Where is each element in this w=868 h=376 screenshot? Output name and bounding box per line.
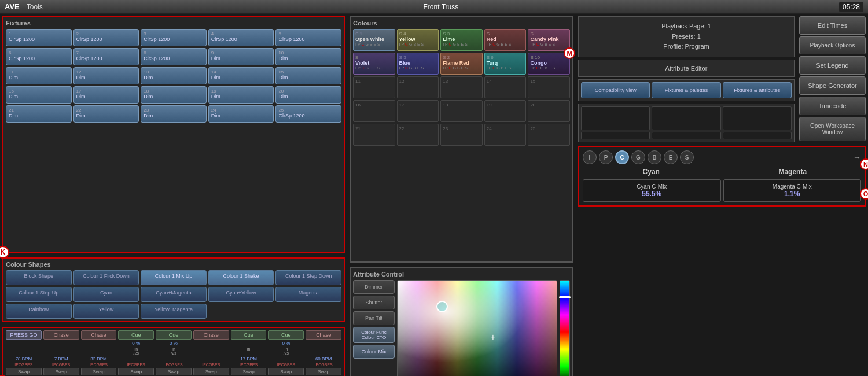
color-wheel-container[interactable]: + [397,280,557,376]
attr-btn-dimmer[interactable]: Dimmer [353,280,395,294]
colour-cell-candy-pink[interactable]: S Candy Pink I P C G B E S [528,29,570,51]
tab-E[interactable]: E [664,150,678,164]
tab-I[interactable]: I [583,150,597,164]
fixture-9[interactable]: 9Dim [208,48,274,65]
colour-cell-23[interactable]: 23 [440,124,483,146]
attr-btn-pan-tilt[interactable]: Pan Tilt [353,311,395,325]
pb-swap-7[interactable]: Swap [231,368,267,375]
pb-swap-1[interactable]: Swap [6,368,42,375]
pb-swap-6[interactable]: Swap [193,368,229,375]
fixture-11[interactable]: 11Dim [6,67,72,84]
more-arrow[interactable]: → [853,153,861,162]
shape-cyan-magenta[interactable]: Cyan+Magenta [141,287,207,302]
colour-cell-20[interactable]: 20 [528,100,570,122]
ws-btn-fixtures-palettes[interactable]: Fixtures & palettes [652,82,720,98]
shape-flick-down[interactable]: Colour 1 Flick Down [73,270,139,285]
pb-swap-9[interactable]: Swap [306,368,341,375]
tab-C[interactable]: C [615,150,629,164]
pb-swap-5[interactable]: Swap [156,368,192,375]
fixture-17[interactable]: 17Dim [73,86,139,104]
colour-cell-turq[interactable]: S 6 Turq I P C G B E S [484,53,527,75]
colour-cell-lime[interactable]: S 3 Lime I P C G B E S [440,29,483,51]
pb-label-cue-2[interactable]: Cue [156,330,192,340]
tools-menu[interactable]: Tools [27,3,43,11]
btn-edit-times[interactable]: Edit Times [799,16,866,35]
fixture-21[interactable]: 21Dim [6,105,72,123]
fixture-8[interactable]: 8ClrSp 1200 [141,48,207,65]
fixture-1[interactable]: 1ClrSp 1200 [6,29,72,46]
tab-P[interactable]: P [599,150,613,164]
tab-B[interactable]: B [648,150,661,164]
shape-shake[interactable]: Colour 1 Shake [208,270,274,285]
colour-cell-open-white[interactable]: S 1 Open White I P C G B E S [353,29,395,51]
shape-rainbow[interactable]: Rainbow [6,304,72,319]
pb-swap-2[interactable]: Swap [43,368,79,375]
fixture-3[interactable]: 3ClrSp 1200 [141,29,207,46]
fixture-14[interactable]: 14Dim [208,67,274,84]
colour-cell-16[interactable]: 16 [353,100,395,122]
shape-cyan[interactable]: Cyan [73,287,139,302]
pb-swap-8[interactable]: Swap [268,368,304,375]
ws-btn-fixtures-attributes[interactable]: Fixtures & attributes [723,82,792,98]
fixture-6[interactable]: 6ClrSp 1200 [6,48,72,65]
attr-btn-colour-func[interactable]: Colour Func Colour CTO [353,327,395,343]
pb-swap-3[interactable]: Swap [81,368,117,375]
fixture-18[interactable]: 18Dim [141,86,207,104]
colour-cell-flame-red[interactable]: S 2 Flame Red I P C G B E S [440,53,483,75]
colour-cell-14[interactable]: 14 [484,76,527,98]
shape-cyan-yellow[interactable]: Cyan+Yellow [208,287,274,302]
fixture-10[interactable]: 10Dim [275,48,341,65]
colour-cell-red[interactable]: S Red I P C G B E S [484,29,527,51]
fixture-24[interactable]: 24Dim [208,105,274,123]
colour-cell-24[interactable]: 24 [484,124,527,146]
colour-cell-15[interactable]: 15 [528,76,570,98]
shape-mix-up[interactable]: Colour 1 Mix Up [141,270,207,285]
fixture-12[interactable]: 12Dim [73,67,139,84]
colour-cell-19[interactable]: 19 [484,100,527,122]
colour-cell-violet[interactable]: 8 Violet I P C G B E S [353,53,395,75]
fixture-16[interactable]: 16Dim [6,86,72,104]
colour-cell-22[interactable]: 22 [397,124,439,146]
fixture-13[interactable]: 13Dim [141,67,207,84]
pb-label-cue-3[interactable]: Cue [231,330,267,340]
colour-cell-13[interactable]: 13 [440,76,483,98]
shape-step-down[interactable]: Colour 1 Step Down [275,270,341,285]
colour-cell-congo[interactable]: S 10 Congo I P C G B E S M [528,53,570,75]
colour-cell-17[interactable]: 17 [397,100,439,122]
ws-btn-compatibility[interactable]: Compatibility view [581,82,650,98]
colour-cell-yellow[interactable]: S 4 Yellow I P C G B E S [397,29,439,51]
btn-open-workspace[interactable]: Open Workspace Window [799,117,866,141]
colour-cell-21[interactable]: 21 [353,124,395,146]
shape-yellow[interactable]: Yellow [73,304,139,319]
btn-playback-options[interactable]: Playback Options [799,36,866,54]
pb-label-chase-1[interactable]: Chase [43,330,79,340]
fixture-5[interactable]: 5ClrSp 1200 [275,29,341,46]
fixture-7[interactable]: 7ClrSp 1200 [73,48,139,65]
pb-label-cue-1[interactable]: Cue [118,330,154,340]
fixture-4[interactable]: 4ClrSp 1200 [208,29,274,46]
shape-yellow-magenta[interactable]: Yellow+Magenta [141,304,207,319]
pb-label-press-go[interactable]: PRESS GO [6,330,42,340]
shape-block[interactable]: Block Shape [6,270,72,285]
shape-step-up[interactable]: Colour 1 Step Up [6,287,72,302]
pb-swap-4[interactable]: Swap [118,368,154,375]
btn-set-legend[interactable]: Set Legend [799,56,866,75]
fixture-2[interactable]: 2ClrSp 1200 [73,29,139,46]
tab-S[interactable]: S [680,150,694,164]
colour-cell-12[interactable]: 12 [397,76,439,98]
pb-label-chase-3[interactable]: Chase [193,330,229,340]
fixture-23[interactable]: 23Dim [141,105,207,123]
btn-timecode[interactable]: Timecode [799,97,866,115]
attr-btn-shutter[interactable]: Shutter [353,296,395,309]
pb-label-chase-2[interactable]: Chase [81,330,117,340]
colour-cell-blue[interactable]: S 5 Blue I P C G B E S [397,53,439,75]
tab-G[interactable]: G [631,150,645,164]
fixture-22[interactable]: 22Dim [73,105,139,123]
pb-label-cue-4[interactable]: Cue [268,330,304,340]
fixture-19[interactable]: 19Dim [208,86,274,104]
colour-cell-25[interactable]: 25 [528,124,570,146]
colour-cell-11[interactable]: 11 [353,76,395,98]
fixture-25[interactable]: 25ClrSp 1200 [275,105,341,123]
shape-magenta[interactable]: Magenta [275,287,341,302]
btn-shape-generator[interactable]: Shape Generator [799,76,866,95]
